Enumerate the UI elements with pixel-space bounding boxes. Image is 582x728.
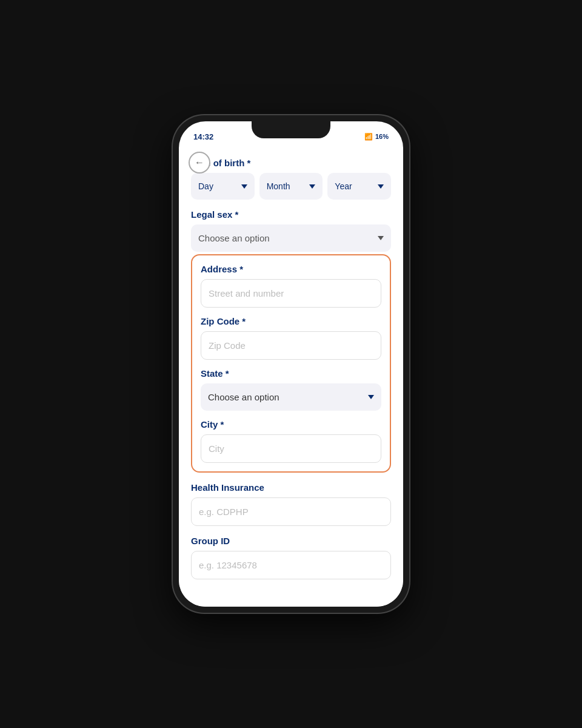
day-select[interactable]: Day [191,173,255,200]
battery-icon: 16% [375,133,389,140]
year-label: Year [335,181,352,191]
day-label: Day [198,181,213,191]
zip-code-label: Zip Code * [201,316,381,326]
state-label: State * [201,368,381,379]
group-id-section: Group ID [191,536,391,579]
phone-notch [252,121,330,138]
month-chevron-icon [309,184,315,189]
day-chevron-icon [241,184,247,189]
health-insurance-section: Health Insurance [191,482,391,526]
dob-label: Date of birth * [191,158,391,168]
state-select[interactable]: Choose an option [201,383,381,411]
group-id-label: Group ID [191,536,391,546]
city-input[interactable] [201,434,381,463]
legal-sex-label: Legal sex * [191,209,391,220]
group-id-input[interactable] [191,551,391,579]
month-select[interactable]: Month [259,173,323,200]
year-select[interactable]: Year [327,173,391,200]
year-chevron-icon [378,184,384,189]
back-button[interactable]: ← [189,152,210,174]
phone-frame: 14:32 📶 16% ← Date of birth * Day Month [173,115,409,613]
legal-sex-select[interactable]: Choose an option [191,224,391,252]
status-icons: 📶 16% [364,133,389,141]
state-chevron-icon [368,395,374,399]
legal-sex-placeholder: Choose an option [198,233,270,243]
signal-icon: 📶 [364,133,373,141]
city-label: City * [201,419,381,430]
zip-code-input[interactable] [201,331,381,360]
health-insurance-label: Health Insurance [191,482,391,493]
address-label: Address * [201,264,381,274]
state-placeholder: Choose an option [208,392,279,402]
health-insurance-input[interactable] [191,497,391,526]
month-label: Month [267,181,290,191]
form-content: Date of birth * Day Month Year Legal sex… [179,148,403,607]
dob-row: Day Month Year [191,173,391,200]
address-section: Address * Zip Code * State * Choose an o… [191,254,391,473]
address-input[interactable] [201,279,381,308]
legal-sex-chevron-icon [378,236,384,240]
phone-screen: 14:32 📶 16% ← Date of birth * Day Month [179,121,403,607]
status-time: 14:32 [193,132,213,141]
